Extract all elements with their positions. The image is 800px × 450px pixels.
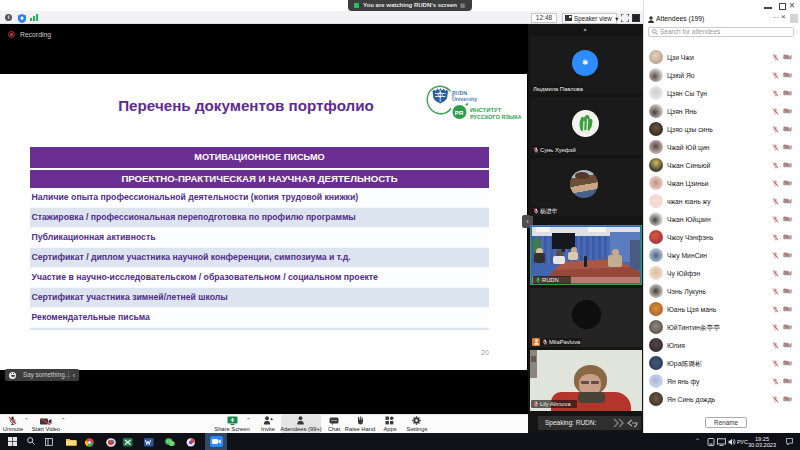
svg-text:РУССКОГО ЯЗЫКА: РУССКОГО ЯЗЫКА	[470, 114, 522, 120]
svg-text:University: University	[452, 96, 477, 102]
svg-text:РЯ: РЯ	[455, 109, 464, 116]
svg-text:ИНСТИТУТ: ИНСТИТУТ	[470, 107, 502, 113]
